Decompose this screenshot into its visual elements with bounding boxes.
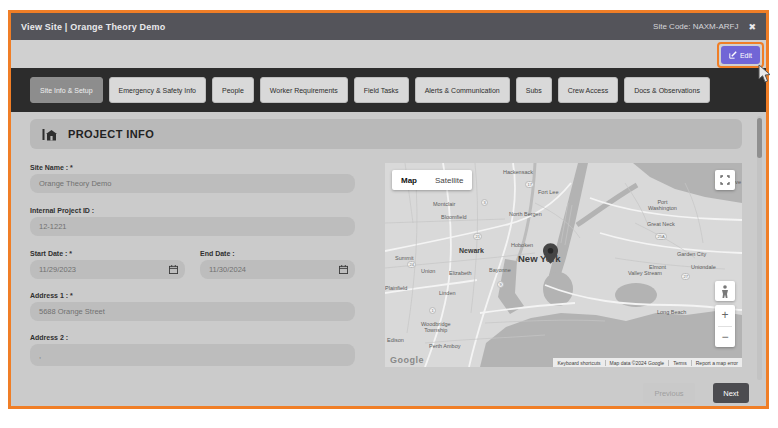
map-route-shield: 1 [429, 307, 436, 314]
tab-docs-observations[interactable]: Docs & Observations [624, 77, 710, 103]
site-name-input[interactable]: Orange Theory Demo [30, 174, 355, 193]
map-place-label: Union [421, 268, 435, 274]
zoom-out-button[interactable]: − [715, 327, 735, 348]
fullscreen-icon [720, 175, 730, 185]
edit-button[interactable]: Edit [721, 46, 760, 64]
address-2-input[interactable]: , [30, 344, 355, 366]
zoom-in-button[interactable]: + [715, 305, 735, 326]
map-place-label: Long Beach [657, 309, 686, 315]
keyboard-shortcuts-link[interactable]: Keyboard shortcuts [553, 360, 604, 366]
scrollbar-thumb[interactable] [757, 118, 762, 158]
calendar-icon[interactable] [169, 265, 178, 274]
internal-project-id-input[interactable]: 12-1221 [30, 217, 355, 236]
map-place-label: Woodbridge Township [421, 321, 451, 334]
map-zoom-control: + − [715, 305, 735, 347]
start-date-input[interactable]: 11/29/2023 [30, 260, 185, 279]
tab-people[interactable]: People [212, 77, 254, 103]
start-date-value: 11/29/2023 [39, 265, 76, 274]
tab-emergency-safety-info[interactable]: Emergency & Safety Info [109, 77, 206, 103]
map-type-satellite-button[interactable]: Satellite [426, 170, 472, 190]
terms-link[interactable]: Terms [668, 360, 691, 366]
report-map-error-link[interactable]: Report a map error [691, 360, 742, 366]
map-place-label: Linden [439, 290, 456, 296]
tab-crew-access[interactable]: Crew Access [558, 77, 618, 103]
start-date-label: Start Date : * [30, 250, 72, 257]
map-place-label: Newark [459, 247, 484, 255]
map-place-label: Fort Lee [538, 189, 558, 195]
map-data-text: Map data ©2024 Google [605, 360, 669, 366]
end-date-input[interactable]: 11/30/2024 [200, 260, 355, 279]
map-place-label: Uniondale [691, 264, 716, 270]
edit-pencil-icon [729, 51, 737, 59]
map-place-label: Plainfield [385, 285, 407, 291]
view-site-modal: View Site | Orange Theory Demo Site Code… [8, 10, 769, 409]
previous-button[interactable]: Previous [643, 383, 695, 403]
tab-alerts-communication[interactable]: Alerts & Communication [415, 77, 510, 103]
google-logo: Google [390, 355, 424, 365]
map-place-label: Bayonne [489, 267, 511, 273]
map-place-label: Hackensack [503, 169, 533, 175]
next-button[interactable]: Next [713, 383, 749, 403]
site-code-badge: Site Code: NAXM-ARFJ [653, 22, 738, 31]
map-place-label: Bloomfield [441, 214, 467, 220]
mouse-cursor [758, 64, 772, 84]
map-labels-layer: HackensackCliftonFort LeeGlen CoveMontcl… [385, 163, 742, 367]
tab-subs[interactable]: Subs [516, 77, 552, 103]
tab-worker-requirements[interactable]: Worker Requirements [260, 77, 348, 103]
pegman-button[interactable] [715, 281, 735, 301]
map-route-shield: 9 [497, 281, 504, 288]
close-icon[interactable]: ✖ [748, 22, 756, 32]
map-place-label: Port Washington [648, 199, 677, 212]
map-route-shield: 24 [407, 261, 416, 268]
address-1-input[interactable]: 5688 Orange Street [30, 302, 355, 321]
tab-field-tasks[interactable]: Field Tasks [354, 77, 409, 103]
content-panel: PROJECT INFO Site Name : * Orange Theory… [11, 112, 766, 406]
toolbar: Edit [11, 40, 766, 68]
map-place-label: Valley Stream [628, 270, 662, 276]
map-pin-icon [543, 243, 558, 264]
site-name-label: Site Name : * [30, 164, 73, 171]
map-route-shield: 27 [681, 273, 690, 280]
internal-project-id-label: Internal Project ID : [30, 207, 94, 214]
map-place-label: North Bergen [509, 211, 542, 217]
map-route-shield: 17 [525, 181, 534, 188]
calendar-icon[interactable] [339, 265, 348, 274]
building-icon [42, 128, 58, 141]
map-place-label: Edison [387, 337, 404, 343]
end-date-label: End Date : [200, 250, 235, 257]
map-canvas[interactable]: HackensackCliftonFort LeeGlen CoveMontcl… [385, 163, 742, 367]
edit-button-label: Edit [740, 52, 752, 59]
map-attribution: Keyboard shortcuts Map data ©2024 Google… [553, 358, 742, 367]
end-date-value: 11/30/2024 [209, 265, 246, 274]
tab-site-info-setup[interactable]: Site Info & Setup [30, 77, 103, 103]
project-info-section-header: PROJECT INFO [30, 119, 742, 149]
map-place-label: Hoboken [511, 242, 533, 248]
section-title: PROJECT INFO [68, 128, 154, 140]
map-route-shield: 25A [655, 233, 667, 240]
window-title: View Site | Orange Theory Demo [21, 22, 165, 32]
map-route-shield: 21 [473, 233, 482, 240]
tab-bar: Site Info & SetupEmergency & Safety Info… [11, 68, 766, 112]
window-header: View Site | Orange Theory Demo Site Code… [11, 13, 766, 40]
map-place-label: Elizabeth [449, 270, 472, 276]
edit-button-highlight: Edit [717, 42, 764, 68]
map-type-control: Map Satellite [392, 170, 472, 190]
pegman-icon [721, 285, 729, 298]
fullscreen-button[interactable] [715, 170, 735, 190]
scrollbar-track[interactable] [757, 116, 762, 380]
address-2-label: Address 2 : [30, 334, 68, 341]
map-route-shield: 3 [481, 199, 488, 206]
map-type-map-button[interactable]: Map [392, 170, 426, 190]
map-place-label: Perth Amboy [429, 343, 461, 349]
map-place-label: Garden City [677, 251, 706, 257]
map-place-label: Montclair [433, 201, 455, 207]
map-place-label: Great Neck [647, 221, 675, 227]
address-1-label: Address 1 : * [30, 292, 73, 299]
